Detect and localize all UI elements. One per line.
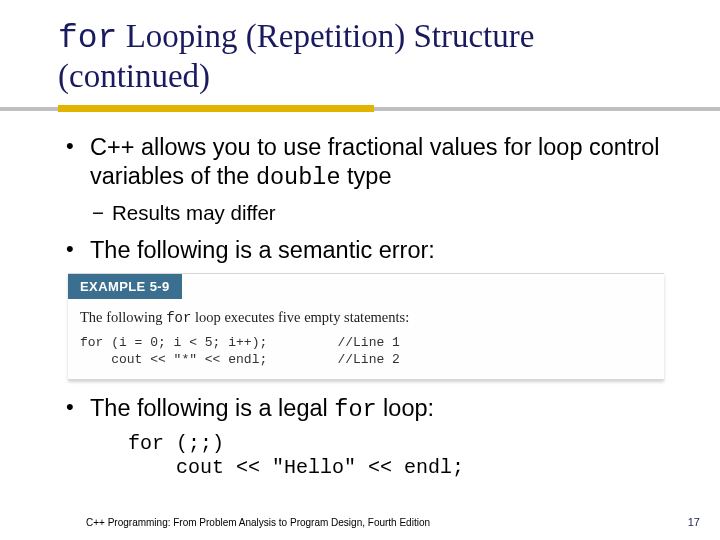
bullet-mono: double <box>256 164 341 191</box>
title-keyword: for <box>58 20 117 57</box>
bullet-text: loop: <box>377 395 435 421</box>
bullet-text: The following is a legal <box>90 395 334 421</box>
footer: C++ Programming: From Problem Analysis t… <box>0 516 720 528</box>
subbullet-results: Results may differ <box>112 200 660 226</box>
example-header: EXAMPLE 5-9 <box>68 274 182 299</box>
bullet-fractional: C++ allows you to use fractional values … <box>90 133 660 192</box>
example-box: EXAMPLE 5-9 The following for loop execu… <box>68 273 664 380</box>
slide: for Looping (Repetition) Structure (cont… <box>0 0 720 540</box>
page-number: 17 <box>688 516 700 528</box>
bullet-mono: for <box>334 396 376 423</box>
caption-text: loop executes five empty statements: <box>191 309 409 325</box>
title-text: Looping (Repetition) Structure (continue… <box>58 18 534 94</box>
bullet-semantic-error: The following is a semantic error: <box>90 236 660 265</box>
bullet-legal-loop: The following is a legal for loop: <box>90 394 660 425</box>
slide-title: for Looping (Repetition) Structure (cont… <box>58 18 670 95</box>
caption-mono: for <box>166 310 191 326</box>
title-rule <box>0 105 720 115</box>
example-code: for (i = 0; i < 5; i++); //Line 1 cout <… <box>68 334 664 369</box>
example-caption: The following for loop executes five emp… <box>68 299 664 334</box>
caption-text: The following <box>80 309 166 325</box>
legal-for-code: for (;;) cout << "Hello" << endl; <box>128 432 660 480</box>
footer-text: C++ Programming: From Problem Analysis t… <box>86 517 430 528</box>
rule-gold <box>58 105 374 112</box>
bullet-text: type <box>341 163 392 189</box>
content-area: C++ allows you to use fractional values … <box>58 133 670 480</box>
